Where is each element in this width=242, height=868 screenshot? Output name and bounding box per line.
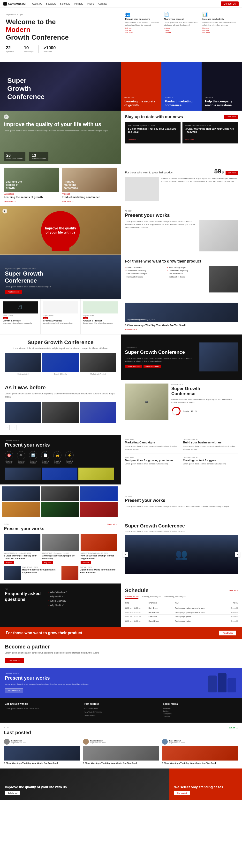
conf-banner-title: Super Growth Conference — [7, 76, 114, 101]
sgc-dark-text: Lorem ipsum dolor sit amet consectetur a… — [125, 357, 196, 363]
before-nav-prev[interactable]: ‹ — [5, 425, 10, 430]
right-card-2-link-2[interactable]: Link three — [202, 32, 238, 33]
growth-card-2: Super Growth Live Growth & Product Lorem… — [81, 299, 121, 335]
footer: Get in touch with us Lorem ipsum dolor s… — [0, 698, 242, 723]
footer-social-instagram[interactable]: Instagram — [163, 712, 237, 715]
footer-social-facebook[interactable]: Facebook — [163, 707, 237, 710]
before-title: As it was before — [5, 384, 116, 391]
right-card-2-link-1[interactable]: Link two — [202, 29, 238, 31]
blog-show-all[interactable]: Show all → — [107, 523, 117, 525]
bottom-banner-left-btn[interactable]: Get started — [5, 791, 20, 795]
footer-social-twitter[interactable]: Twitter — [163, 710, 237, 712]
progress-circle — [171, 406, 181, 416]
present-side-text: Lorem ipsum dolor sit amet consectetur a… — [125, 505, 238, 508]
right-card-1-link-1[interactable]: Link two — [164, 29, 200, 31]
sgc-audience-next[interactable]: › — [235, 552, 240, 557]
nav-contact[interactable]: Contact — [98, 2, 106, 5]
bottom-banner-right-btn[interactable]: Get started — [174, 791, 190, 795]
sgc-conf-title: Super GrowthConference — [5, 270, 51, 284]
blue-present-label: OPPORTUNITIES — [5, 673, 203, 674]
schedule-link[interactable]: View all → — [229, 590, 238, 592]
nav-about[interactable]: About Us — [32, 2, 42, 5]
improve-title: Improve the quality of your life with us — [4, 121, 117, 127]
sgc-audience-prev[interactable]: ‹ — [123, 552, 128, 557]
faq-link-3[interactable]: ›Why Machine? — [48, 604, 116, 607]
news-card-1-link[interactable]: Read More → — [185, 139, 235, 141]
feature-card-1: PRODUCT Product marketing conference — [161, 62, 202, 111]
right-card-2-link-0[interactable]: Link one — [202, 27, 238, 29]
blog-card-1-btn[interactable]: Buy now — [42, 561, 53, 564]
for-those-list-1-item-1: • Consectetur adipiscing — [125, 269, 165, 272]
nav-schedule[interactable]: Schedule — [60, 2, 70, 5]
play-button-2[interactable]: ▶ — [2, 209, 7, 214]
schedule-day-2[interactable]: Wednesday, February 23 — [164, 596, 186, 599]
news-card-0-link[interactable]: Read More → — [128, 139, 178, 141]
warnings-card-link[interactable]: Read More → — [125, 329, 137, 331]
blog-label: BLOG — [4, 523, 8, 525]
hero-title: Welcome to the Modern Growth Conference — [6, 18, 115, 41]
article-0-link[interactable]: Read More → — [4, 200, 16, 203]
last-posted-section: BLOG $25.35 ▲ Last posted Kelly Green Se… — [0, 723, 242, 769]
right-card-2: 📊 Increase productivity Lorem ipsum dolo… — [202, 11, 238, 33]
dark-icon-4: 🔒 Growth &Product — [53, 451, 61, 464]
faq-link-1[interactable]: ›Why Machine? — [48, 595, 116, 598]
sgc-audience-title: Super Growth Conference — [125, 523, 238, 529]
article-1: Productmarketingconference PRODUCT Produ… — [62, 167, 117, 203]
dark-present-label: OPPORTUNITIES — [5, 439, 116, 441]
partner-btn[interactable]: Get Now → — [5, 658, 24, 663]
logo[interactable]: ConferenceAll — [3, 2, 26, 5]
hero-stat-workshops: 10 Workshops — [24, 45, 34, 53]
nav-pricing[interactable]: Pricing — [87, 2, 95, 5]
right-card-1-link-2[interactable]: Link three — [164, 32, 200, 33]
nav-partners[interactable]: Partners — [74, 2, 83, 5]
sgc-conf-label: Registration is Open • February 14, 2023 — [5, 268, 51, 269]
footer-post-address-text: 123 Main StreetNew York, NY 10001United … — [84, 707, 158, 717]
feature-card-2: GROWTH Help the company reach a mileston… — [201, 62, 242, 111]
nav-speakers[interactable]: Speakers — [46, 2, 56, 5]
faq-link-0[interactable]: ›What's Machine? — [48, 591, 116, 593]
right-card-0-link-1[interactable]: Link two — [125, 29, 161, 31]
footer-post-address-title: Post address — [84, 703, 158, 705]
blog-card-0-btn[interactable]: Buy now — [4, 561, 14, 564]
partner-text: Lorem ipsum dolor sit amet consectetur a… — [5, 651, 237, 655]
last-posted-card-0: Kelly Green September 20, 2023 3 Clear W… — [4, 739, 80, 765]
red-circle-text: Improve the quality of your life with us — [41, 224, 80, 237]
right-card-0-link-0[interactable]: Link one — [125, 27, 161, 29]
before-nav-next[interactable]: › — [11, 425, 17, 430]
blue-present-btn[interactable]: Read More → — [5, 688, 23, 693]
present-text: Lorem ipsum dolor sit amet consectetur a… — [125, 220, 197, 251]
footer-get-in-touch-text: Lorem ipsum dolor sit amet consectetur — [5, 707, 79, 710]
news-card-1: MARKETING • February 14, 2023 3 Clear Wa… — [183, 122, 238, 144]
dark-icon-5: ⚡ Growth &Product — [65, 451, 74, 464]
play-button[interactable]: ▶ — [4, 115, 9, 119]
schedule-day-0[interactable]: Monday, 22 Jan — [125, 596, 138, 599]
schedule-row-1: 11:00 am – 11:30 am Rachel Bloom The lan… — [125, 610, 238, 615]
partner-title: Become a partner — [5, 644, 237, 650]
nav-cta-button[interactable]: Contact Us — [221, 1, 239, 6]
present-side-title: Present your works — [125, 498, 238, 503]
sgc-conf-btn[interactable]: Register now — [5, 290, 22, 294]
article-1-link[interactable]: Read More → — [62, 200, 74, 203]
progress-value: 75 — [191, 410, 193, 412]
bottom-banner-right: We select only standing cases Get starte… — [169, 769, 242, 800]
sgc-dark-label: CONFERENCE — [125, 347, 196, 348]
hero-stat-speakers: 22 Speakers — [6, 45, 14, 53]
last-posted-card-2: Kate Stewart September 20, 2023 3 Clear … — [162, 739, 238, 765]
schedule-row-3: 11:00 am – 11:30 am Rachel Bloom The lan… — [125, 619, 238, 623]
banner-grow: For those who want to grow their product… — [0, 627, 242, 639]
faq-link-2[interactable]: ›Who's Machine? — [48, 600, 116, 602]
hero-breadcrumb: Registration is Open — [6, 13, 115, 16]
price-number: 59 — [214, 167, 221, 175]
news-cta-button[interactable]: Read Now — [224, 115, 238, 119]
schedule-day-1[interactable]: Tuesday, February 23 — [142, 596, 160, 599]
progress-label: Gravity — [183, 410, 189, 412]
present-side-label: AS SEEN — [125, 496, 238, 497]
footer-social-linkedin[interactable]: LinkedIn — [163, 715, 237, 718]
right-card-0-link-2[interactable]: Link three — [125, 32, 161, 33]
banner-grow-btn[interactable]: Read Now — [219, 630, 236, 636]
price-buy-button[interactable]: Buy Now — [225, 171, 238, 175]
right-card-1-link-0[interactable]: Link one — [164, 27, 200, 29]
bottom-banner-left-title: Improve the quality of your life with us — [5, 785, 165, 789]
blog-card-2-btn[interactable]: Buy now — [81, 561, 91, 564]
blog-bottom-card-0: MARKETING • 2023 How to Success through … — [4, 566, 59, 580]
